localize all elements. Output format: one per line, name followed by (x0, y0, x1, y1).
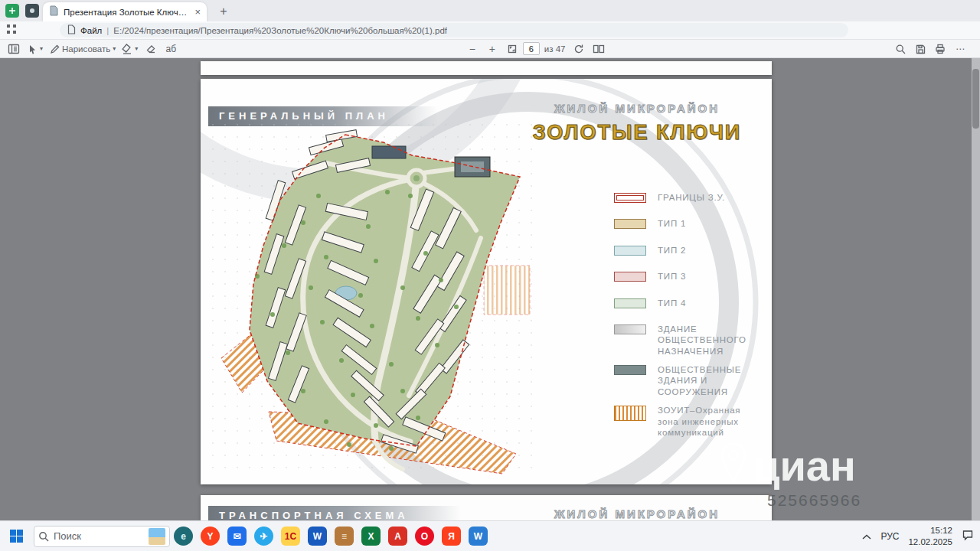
page-view-icon[interactable] (590, 41, 608, 57)
search-document-icon[interactable] (891, 41, 910, 57)
windows-logo-icon (10, 530, 23, 543)
search-placeholder: Поиск (54, 530, 144, 542)
page-number-input[interactable] (523, 42, 540, 55)
legend-swatch-type2 (614, 246, 646, 256)
clock[interactable]: 15:12 12.02.2025 (908, 525, 952, 547)
page5-bottom-edge (201, 61, 772, 75)
legend: ГРАНИЦЫ З.У. ТИП 1 ТИП 2 ТИП 3 ТИП 4 (614, 192, 769, 445)
url-path: E:/2024/презентация/Презентация%20Золоты… (113, 26, 447, 35)
new-tab-button[interactable]: + (214, 3, 233, 20)
edge-icon[interactable]: e (170, 521, 197, 551)
legend-swatch-public-building (614, 324, 646, 334)
pdf-viewer: ГЕНЕРАЛЬНЫЙ ПЛАН ЖИЛОЙ МИКРОРАЙОН ЗОЛОТЫ… (0, 58, 980, 520)
rotate-icon[interactable] (570, 41, 588, 57)
fit-page-icon[interactable] (503, 41, 521, 57)
news-widget-thumbnail[interactable] (149, 528, 165, 545)
address-bar: Файл | E:/2024/презентация/Презентация%2… (0, 21, 980, 40)
url-divider: | (106, 26, 109, 35)
highlight-tool-icon[interactable]: ▾ (119, 41, 140, 57)
one-c-icon[interactable]: 1С (277, 521, 304, 551)
scrollbar-thumb[interactable] (972, 69, 979, 129)
system-tray: РУС 15:12 12.02.2025 (862, 525, 980, 547)
pdf-page-7: ТРАНСПОРТНАЯ СХЕМА ЖИЛОЙ МИКРОРАЙОН (201, 495, 772, 520)
taskbar-search[interactable]: Поиск (34, 526, 170, 547)
zoom-out-icon[interactable]: − (463, 41, 482, 57)
workspace-icon[interactable] (5, 3, 20, 18)
language-indicator[interactable]: РУС (880, 531, 899, 542)
yandex-icon[interactable]: Я (438, 521, 465, 551)
legend-swatch-zouit (614, 406, 646, 421)
print-icon[interactable] (931, 41, 949, 57)
project-subtitle: ЖИЛОЙ МИКРОРАЙОН (514, 102, 760, 115)
watermark-id: 525665966 (767, 491, 861, 510)
legend-swatch-type3 (614, 272, 646, 282)
draw-label: Нарисовать (62, 44, 110, 54)
url-field[interactable]: Файл | E:/2024/презентация/Презентация%2… (60, 23, 848, 37)
search-icon (38, 531, 49, 542)
extension-icon[interactable] (24, 3, 40, 18)
tab-title: Презентация Золотые Ключи б... (64, 8, 190, 17)
legend-swatch-public-structures (614, 365, 646, 375)
legend-swatch-boundary (614, 193, 646, 203)
project-titles-7: ЖИЛОЙ МИКРОРАЙОН (514, 507, 760, 520)
opera-icon[interactable]: O (411, 521, 438, 551)
erase-tool-icon[interactable] (142, 41, 160, 57)
legend-item-type2: ТИП 2 (614, 245, 769, 256)
section-header: ГЕНЕРАЛЬНЫЙ ПЛАН (219, 110, 389, 122)
section-header-7: ТРАНСПОРТНАЯ СХЕМА (219, 510, 409, 520)
telegram-icon[interactable]: ✈ (250, 521, 277, 551)
project-titles: ЖИЛОЙ МИКРОРАЙОН ЗОЛОТЫЕ КЛЮЧИ (514, 102, 760, 145)
legend-item-type1: ТИП 1 (614, 218, 769, 229)
toc-icon[interactable] (5, 41, 23, 57)
url-scheme: Файл (80, 26, 102, 35)
tray-date: 12.02.2025 (908, 536, 952, 547)
taskbar: Поиск e Y ✉ ✈ 1С W ≡ X A O Я W РУС 15:12… (0, 520, 980, 551)
browser-tab[interactable]: Презентация Золотые Ключи б... × (43, 2, 207, 21)
pdf-toolbar: ▾ Нарисовать ▾ ▾ аб − + (0, 40, 980, 58)
screen: Презентация Золотые Ключи б... × + Файл … (0, 0, 980, 551)
legend-item-public-structures: ОБЩЕСТВЕННЫЕ ЗДАНИЯ И СООРУЖЕНИЯ (614, 364, 769, 397)
pdf-favicon (49, 5, 59, 19)
file-manager-icon[interactable]: ≡ (331, 521, 358, 551)
browser-tab-strip: Презентация Золотые Ключи б... × + (0, 0, 980, 21)
legend-swatch-type4 (614, 298, 646, 308)
page-count-label: из 47 (544, 44, 566, 54)
site-plan (211, 123, 541, 477)
yandex-browser-icon[interactable]: Y (197, 521, 224, 551)
legend-item-boundary: ГРАНИЦЫ З.У. (614, 192, 769, 203)
draw-tool-button[interactable]: Нарисовать ▾ (47, 41, 118, 57)
word-alt-icon[interactable]: W (465, 521, 492, 551)
more-options-icon[interactable]: ⋯ (951, 41, 969, 57)
select-tool-icon[interactable]: ▾ (24, 41, 45, 57)
legend-item-type3: ТИП 3 (614, 271, 769, 282)
legend-swatch-type1 (614, 219, 646, 229)
menu-grid-icon[interactable] (6, 24, 17, 37)
save-icon[interactable] (911, 41, 929, 57)
project-subtitle-7: ЖИЛОЙ МИКРОРАЙОН (514, 507, 760, 520)
word-icon[interactable]: W (304, 521, 331, 551)
tab-close-icon[interactable]: × (194, 6, 201, 18)
pdf-page-6: ГЕНЕРАЛЬНЫЙ ПЛАН ЖИЛОЙ МИКРОРАЙОН ЗОЛОТЫ… (201, 79, 772, 484)
tray-time: 15:12 (908, 525, 952, 536)
mail-icon[interactable]: ✉ (224, 521, 250, 551)
notification-center-icon[interactable] (962, 529, 974, 544)
vertical-scrollbar[interactable] (972, 58, 980, 520)
acrobat-icon[interactable]: A (384, 521, 411, 551)
legend-item-zouit: ЗОУИТ–Охранная зона инженерных коммуника… (614, 405, 769, 438)
section-header-band-7: ТРАНСПОРТНАЯ СХЕМА (208, 506, 461, 520)
zoom-in-icon[interactable]: + (483, 41, 501, 57)
excel-icon[interactable]: X (358, 521, 384, 551)
project-title: ЗОЛОТЫЕ КЛЮЧИ (514, 121, 760, 145)
legend-item-type4: ТИП 4 (614, 298, 769, 308)
hidden-icons-chevron[interactable] (862, 530, 871, 543)
legend-item-public-building: ЗДАНИЕ ОБЩЕСТВЕННОГО НАЗНАЧЕНИЯ (614, 324, 769, 357)
read-aloud-icon[interactable]: аб (162, 41, 180, 57)
file-icon (67, 24, 76, 36)
start-button[interactable] (0, 521, 32, 551)
